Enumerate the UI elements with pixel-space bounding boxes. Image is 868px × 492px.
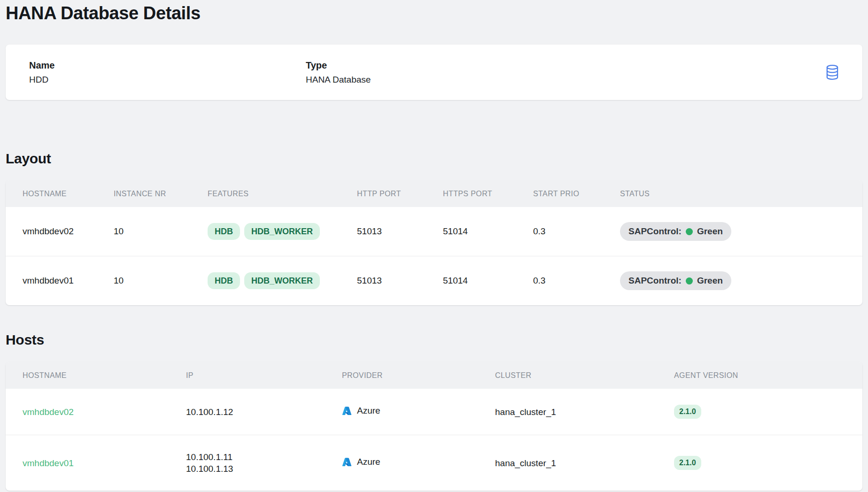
summary-card: Name HDD Type HANA Database xyxy=(6,45,862,100)
ip-cell: 10.100.1.12 xyxy=(186,389,342,435)
https-port: 51014 xyxy=(443,256,533,306)
ip-address: 10.100.1.12 xyxy=(186,406,342,418)
summary-field-name: Name HDD xyxy=(29,59,306,85)
hosts-table-row: vmhdbdev02 10.100.1.12 xyxy=(6,389,862,435)
hosts-table-header-row: HOSTNAME IP PROVIDER CLUSTER AGENT VERSI… xyxy=(6,362,862,389)
agent-version-cell: 2.1.0 xyxy=(674,435,862,491)
page-title: HANA Database Details xyxy=(6,3,862,23)
column-header-status: STATUS xyxy=(620,180,862,207)
sapcontrol-status-badge: SAPControl: Green xyxy=(620,271,731,290)
instance-hostname: vmhdbdev01 xyxy=(6,256,114,306)
hosts-table: HOSTNAME IP PROVIDER CLUSTER AGENT VERSI… xyxy=(6,362,862,491)
azure-icon xyxy=(342,406,352,416)
ip-address: 10.100.1.13 xyxy=(186,463,342,475)
ip-address: 10.100.1.11 xyxy=(186,451,342,463)
status-cell: SAPControl: Green xyxy=(620,256,862,306)
column-header-start-prio: START PRIO xyxy=(533,180,620,207)
column-header-hostname: HOSTNAME xyxy=(6,362,186,389)
column-header-agent-version: AGENT VERSION xyxy=(674,362,862,389)
https-port: 51014 xyxy=(443,207,533,256)
feature-badge: HDB_WORKER xyxy=(244,223,320,240)
layout-table-row: vmhdbdev02 10 HDBHDB_WORKER 51013 51014 … xyxy=(6,207,862,256)
summary-field-type: Type HANA Database xyxy=(306,59,824,85)
ip-cell: 10.100.1.11 10.100.1.13 xyxy=(186,435,342,491)
host-cell: vmhdbdev01 xyxy=(6,435,186,491)
name-value: HDD xyxy=(29,74,306,85)
azure-icon xyxy=(342,457,352,467)
status-value: Green xyxy=(697,226,723,237)
green-dot-icon xyxy=(686,228,693,235)
column-header-https-port: HTTPS PORT xyxy=(443,180,533,207)
http-port: 51013 xyxy=(357,256,443,306)
provider-name: Azure xyxy=(357,456,380,468)
green-dot-icon xyxy=(686,277,693,284)
start-prio: 0.3 xyxy=(533,256,620,306)
cluster-cell: hana_cluster_1 xyxy=(495,389,674,435)
sapcontrol-status-badge: SAPControl: Green xyxy=(620,222,731,241)
hosts-section-heading: Hosts xyxy=(6,332,862,348)
column-header-features: FEATURES xyxy=(208,180,357,207)
column-header-ip: IP xyxy=(186,362,342,389)
agent-version-badge: 2.1.0 xyxy=(674,456,701,470)
layout-section-heading: Layout xyxy=(6,151,862,167)
features-cell: HDBHDB_WORKER xyxy=(208,207,357,256)
layout-table-row: vmhdbdev01 10 HDBHDB_WORKER 51013 51014 … xyxy=(6,256,862,306)
database-icon xyxy=(824,64,841,81)
instance-hostname: vmhdbdev02 xyxy=(6,207,114,256)
hosts-table-row: vmhdbdev01 10.100.1.11 10.100.1.13 xyxy=(6,435,862,491)
http-port: 51013 xyxy=(357,207,443,256)
features-cell: HDBHDB_WORKER xyxy=(208,256,357,306)
provider-name: Azure xyxy=(357,405,380,416)
instance-nr: 10 xyxy=(114,256,208,306)
provider-cell: Azure xyxy=(342,389,495,435)
feature-badge: HDB_WORKER xyxy=(244,272,320,289)
layout-table-header-row: HOSTNAME INSTANCE NR FEATURES HTTP PORT … xyxy=(6,180,862,207)
provider-cell: Azure xyxy=(342,435,495,491)
status-label: SAPControl: xyxy=(628,226,682,237)
agent-version-badge: 2.1.0 xyxy=(674,405,701,419)
start-prio: 0.3 xyxy=(533,207,620,256)
host-link[interactable]: vmhdbdev01 xyxy=(23,458,74,468)
feature-badge: HDB xyxy=(208,272,240,289)
type-value: HANA Database xyxy=(306,74,824,85)
column-header-hostname: HOSTNAME xyxy=(6,180,114,207)
host-cell: vmhdbdev02 xyxy=(6,389,186,435)
hosts-table-card: HOSTNAME IP PROVIDER CLUSTER AGENT VERSI… xyxy=(6,362,862,491)
cluster-cell: hana_cluster_1 xyxy=(495,435,674,491)
hana-database-details-page: HANA Database Details Name HDD Type HANA… xyxy=(0,0,868,491)
host-link[interactable]: vmhdbdev02 xyxy=(23,407,74,417)
agent-version-cell: 2.1.0 xyxy=(674,389,862,435)
layout-table: HOSTNAME INSTANCE NR FEATURES HTTP PORT … xyxy=(6,180,862,305)
status-label: SAPControl: xyxy=(628,276,682,286)
column-header-cluster: CLUSTER xyxy=(495,362,674,389)
column-header-http-port: HTTP PORT xyxy=(357,180,443,207)
layout-table-card: HOSTNAME INSTANCE NR FEATURES HTTP PORT … xyxy=(6,180,862,305)
type-label: Type xyxy=(306,59,824,71)
status-value: Green xyxy=(697,276,723,286)
instance-nr: 10 xyxy=(114,207,208,256)
status-cell: SAPControl: Green xyxy=(620,207,862,256)
column-header-provider: PROVIDER xyxy=(342,362,495,389)
feature-badge: HDB xyxy=(208,223,240,240)
name-label: Name xyxy=(29,59,306,71)
column-header-instance-nr: INSTANCE NR xyxy=(114,180,208,207)
